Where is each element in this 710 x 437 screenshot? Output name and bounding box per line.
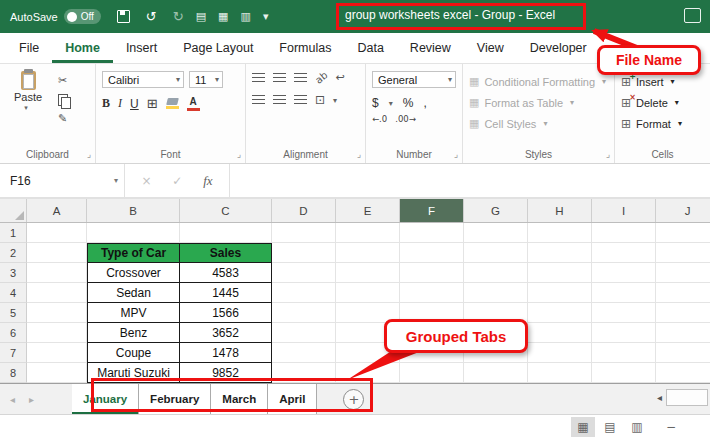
cell-F2[interactable] <box>400 243 464 263</box>
name-box[interactable]: F16 ▾ <box>0 164 125 197</box>
cell-B6[interactable]: Benz <box>87 323 180 343</box>
styles-item-format-as-table[interactable]: ▦Format as Table▾ <box>469 92 610 113</box>
accounting-caret-icon[interactable]: ▾ <box>389 99 393 108</box>
select-all-corner[interactable] <box>0 199 27 222</box>
row-header-1[interactable]: 1 <box>0 223 27 243</box>
cell-A1[interactable] <box>27 223 87 243</box>
fill-color-button[interactable] <box>166 98 179 109</box>
row-header-3[interactable]: 3 <box>0 263 27 283</box>
format-painter-button[interactable]: ✎ <box>58 111 68 126</box>
font-name-select[interactable]: Calibri ▾ <box>102 71 184 88</box>
cell-A2[interactable] <box>27 243 87 263</box>
quick-access-icon-2[interactable]: ▦ <box>218 11 228 22</box>
cell-I3[interactable] <box>592 263 656 283</box>
name-box-caret-icon[interactable]: ▾ <box>114 176 118 185</box>
horizontal-scrollbar[interactable]: ◂ <box>657 389 710 406</box>
alignment-dialog-launcher-icon[interactable]: ⌟ <box>357 149 361 159</box>
row-header-4[interactable]: 4 <box>0 283 27 303</box>
enter-icon[interactable]: ✓ <box>172 174 182 188</box>
cell-J6[interactable] <box>656 323 710 343</box>
cell-J3[interactable] <box>656 263 710 283</box>
cell-A8[interactable] <box>27 363 87 383</box>
top-align-icon[interactable] <box>252 73 265 83</box>
insert-function-button[interactable]: fx <box>203 173 212 189</box>
cell-D5[interactable] <box>272 303 336 323</box>
cells-item-format[interactable]: ⊞Format▾ <box>621 113 706 134</box>
cell-H5[interactable] <box>528 303 592 323</box>
cell-J7[interactable] <box>656 343 710 363</box>
cell-G4[interactable] <box>464 283 528 303</box>
hscroll-thumb[interactable] <box>666 389 708 406</box>
cell-J5[interactable] <box>656 303 710 323</box>
ribbon-tab-review[interactable]: Review <box>397 33 464 63</box>
cell-D3[interactable] <box>272 263 336 283</box>
cell-D4[interactable] <box>272 283 336 303</box>
font-color-button[interactable]: A <box>187 97 200 111</box>
cell-I8[interactable] <box>592 363 656 383</box>
bold-button[interactable]: B <box>102 96 110 111</box>
column-header-D[interactable]: D <box>272 199 336 222</box>
cell-H8[interactable] <box>528 363 592 383</box>
wrap-text-icon[interactable]: ↩ <box>335 71 344 84</box>
cell-D6[interactable] <box>272 323 336 343</box>
cell-D7[interactable] <box>272 343 336 363</box>
align-right-icon[interactable] <box>294 95 307 105</box>
paste-button[interactable]: Paste ▾ <box>6 71 50 126</box>
column-header-A[interactable]: A <box>27 199 87 222</box>
percent-style-button[interactable]: % <box>403 96 414 110</box>
cell-A5[interactable] <box>27 303 87 323</box>
ribbon-tab-insert[interactable]: Insert <box>113 33 170 63</box>
cell-I7[interactable] <box>592 343 656 363</box>
cell-J4[interactable] <box>656 283 710 303</box>
orientation-icon[interactable]: ab <box>313 69 330 85</box>
cell-B5[interactable]: MPV <box>87 303 180 323</box>
redo-icon[interactable]: ↻ <box>173 10 184 23</box>
font-size-select[interactable]: 11 ▾ <box>189 71 223 88</box>
row-header-2[interactable]: 2 <box>0 243 27 263</box>
styles-item-cell-styles[interactable]: ▦Cell Styles▾ <box>469 113 610 134</box>
cell-G3[interactable] <box>464 263 528 283</box>
ribbon-tab-file[interactable]: File <box>6 33 52 63</box>
cell-I2[interactable] <box>592 243 656 263</box>
row-header-7[interactable]: 7 <box>0 343 27 363</box>
cell-C4[interactable]: 1445 <box>180 283 272 303</box>
styles-item-conditional-formatting[interactable]: ▦Conditional Formatting▾ <box>469 71 610 92</box>
cell-G2[interactable] <box>464 243 528 263</box>
ribbon-tab-data[interactable]: Data <box>344 33 396 63</box>
cell-J8[interactable] <box>656 363 710 383</box>
column-header-G[interactable]: G <box>464 199 528 222</box>
cell-H1[interactable] <box>528 223 592 243</box>
cell-I6[interactable] <box>592 323 656 343</box>
cell-J1[interactable] <box>656 223 710 243</box>
formula-input[interactable] <box>230 164 710 197</box>
cell-E4[interactable] <box>336 283 400 303</box>
merge-caret-icon[interactable]: ▾ <box>333 96 337 105</box>
italic-button[interactable]: I <box>118 96 122 111</box>
decrease-decimal-icon[interactable]: .00→ <box>395 114 416 124</box>
cell-B2[interactable]: Type of Car <box>87 243 180 263</box>
cell-H7[interactable] <box>528 343 592 363</box>
cell-I4[interactable] <box>592 283 656 303</box>
cell-C6[interactable]: 3652 <box>180 323 272 343</box>
number-format-select[interactable]: General ▾ <box>372 71 456 88</box>
cell-E1[interactable] <box>336 223 400 243</box>
zoom-out-icon[interactable]: − <box>666 420 676 434</box>
number-dialog-launcher-icon[interactable]: ⌟ <box>454 149 458 159</box>
underline-button[interactable]: U <box>130 97 139 111</box>
accounting-format-button[interactable]: $ <box>372 96 379 110</box>
clipboard-dialog-launcher-icon[interactable]: ⌟ <box>87 149 91 159</box>
cell-F4[interactable] <box>400 283 464 303</box>
merge-center-icon[interactable]: ⊡ <box>315 93 325 107</box>
sheet-scroll-left-icon[interactable]: ◂ <box>10 394 15 405</box>
ribbon-tab-page-layout[interactable]: Page Layout <box>170 33 266 63</box>
cell-E2[interactable] <box>336 243 400 263</box>
quick-access-icon-1[interactable]: ▤ <box>196 11 206 22</box>
cell-C1[interactable] <box>180 223 272 243</box>
autosave-toggle[interactable]: Off <box>64 9 101 24</box>
bottom-align-icon[interactable] <box>294 73 307 83</box>
cell-C7[interactable]: 1478 <box>180 343 272 363</box>
column-header-C[interactable]: C <box>180 199 272 222</box>
cell-C3[interactable]: 4583 <box>180 263 272 283</box>
column-header-J[interactable]: J <box>656 199 710 222</box>
ribbon-tab-formulas[interactable]: Formulas <box>266 33 344 63</box>
